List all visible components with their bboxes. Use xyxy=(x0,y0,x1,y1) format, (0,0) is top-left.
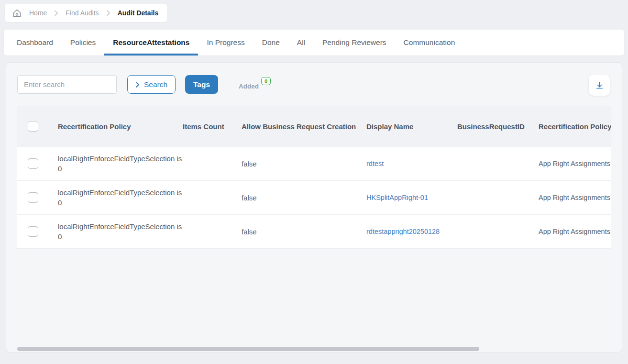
table-row: localRightEnforceFieldTypeSelection is 0… xyxy=(17,181,611,215)
display-name-link[interactable]: HKSplitAppRight-01 xyxy=(366,194,452,201)
added-label: Added xyxy=(239,83,259,90)
checkbox-icon xyxy=(28,158,38,169)
main-panel: Search Tags Added 0 Recertification Poli… xyxy=(6,62,622,353)
column-header-items-count: Items Count xyxy=(183,122,224,131)
table-row: localRightEnforceFieldTypeSelection is 0… xyxy=(17,147,611,181)
audit-details-screen: Home Find Audits Audit Details Dashboard… xyxy=(0,0,628,364)
checkbox-icon xyxy=(28,226,38,237)
breadcrumb-item-audit-details: Audit Details xyxy=(118,9,159,17)
search-input[interactable] xyxy=(17,75,117,94)
allow-business-request-creation-cell: false xyxy=(242,194,356,202)
tab-bar: Dashboard Policies ResourceAttestations … xyxy=(4,30,624,55)
recertification-policy-cell: localRightEnforceFieldTypeSelection is 0 xyxy=(58,188,182,208)
chevron-right-icon xyxy=(106,10,110,16)
tags-button-label: Tags xyxy=(193,80,210,88)
allow-business-request-creation-cell: false xyxy=(242,228,356,236)
recertification-policy-type-cell: App Right Assignments b xyxy=(539,194,611,201)
tab-dashboard[interactable]: Dashboard xyxy=(8,30,62,55)
checkbox-icon xyxy=(28,121,38,132)
tab-pending-reviewers[interactable]: Pending Reviewers xyxy=(314,30,395,55)
recertification-policy-cell: localRightEnforceFieldTypeSelection is 0 xyxy=(58,221,182,242)
checkbox-icon xyxy=(28,192,38,203)
table-row: localRightEnforceFieldTypeSelection is 0… xyxy=(17,215,611,249)
row-checkbox[interactable] xyxy=(28,226,38,237)
recertification-policy-type-cell: App Right Assignments b xyxy=(539,228,611,235)
column-header-business-request-id: BusinessRequestID xyxy=(457,122,525,131)
column-header-recertification-policy: Recertification Policy xyxy=(58,122,131,131)
display-name-link[interactable]: rdtestappright20250128 xyxy=(366,228,452,235)
added-count-badge: 0 xyxy=(261,77,271,85)
recertification-policy-type-cell: App Right Assignments b xyxy=(539,160,611,167)
added-indicator: Added 0 xyxy=(239,77,271,90)
search-button[interactable]: Search xyxy=(127,75,176,94)
breadcrumb-item-find-audits[interactable]: Find Audits xyxy=(66,9,99,17)
horizontal-scrollbar-thumb[interactable] xyxy=(17,347,479,351)
display-name-link[interactable]: rdtest xyxy=(366,160,452,167)
home-icon[interactable] xyxy=(12,9,22,18)
recertification-policy-cell: localRightEnforceFieldTypeSelection is 0 xyxy=(58,154,182,174)
column-header-recertification-policy-type: Recertification Policy T xyxy=(539,122,611,131)
breadcrumb: Home Find Audits Audit Details xyxy=(5,4,167,22)
download-icon xyxy=(595,81,604,90)
column-header-display-name: Display Name xyxy=(366,122,413,131)
breadcrumb-item-home[interactable]: Home xyxy=(29,9,47,17)
select-all-checkbox[interactable] xyxy=(28,121,38,132)
allow-business-request-creation-cell: false xyxy=(242,160,356,168)
tab-all[interactable]: All xyxy=(288,30,314,55)
column-header-allow-business-request-creation: Allow Business Request Creation xyxy=(242,122,356,131)
tab-policies[interactable]: Policies xyxy=(62,30,104,55)
row-checkbox[interactable] xyxy=(28,192,38,203)
download-button[interactable] xyxy=(589,75,610,96)
tab-communication[interactable]: Communication xyxy=(395,30,464,55)
search-button-label: Search xyxy=(144,80,167,89)
chevron-right-icon xyxy=(135,81,140,88)
table-header-row: Recertification Policy Items Count Allow… xyxy=(17,106,611,147)
attestations-table: Recertification Policy Items Count Allow… xyxy=(17,106,611,249)
tab-done[interactable]: Done xyxy=(253,30,288,55)
tags-button[interactable]: Tags xyxy=(185,75,218,94)
tab-in-progress[interactable]: In Progress xyxy=(198,30,253,55)
chevron-right-icon xyxy=(54,10,58,16)
tab-resource-attestations[interactable]: ResourceAttestations xyxy=(104,30,198,55)
row-checkbox[interactable] xyxy=(28,158,38,169)
